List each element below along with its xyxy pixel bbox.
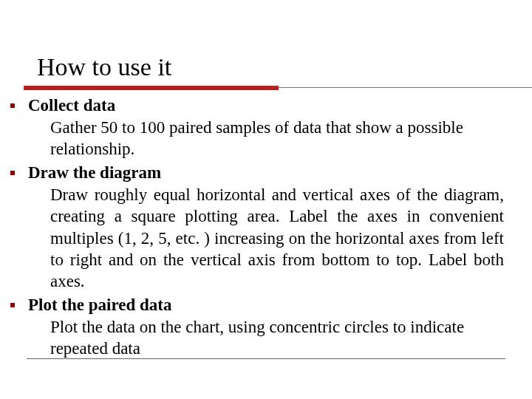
item-heading: Draw the diagram [28, 162, 505, 184]
bullet-icon [10, 303, 15, 307]
item-heading: Collect data [28, 95, 505, 117]
item-desc: Gather 50 to 100 paired samples of data … [28, 117, 505, 160]
title-rule-gray [279, 87, 532, 88]
title-rule [37, 86, 502, 90]
list-item: Draw the diagram Draw roughly equal hori… [10, 162, 505, 293]
item-desc: Plot the data on the chart, using concen… [28, 316, 505, 360]
title-area: How to use it [0, 0, 532, 90]
item-desc: Draw roughly equal horizontal and vertic… [28, 184, 505, 293]
slide-title: How to use it [37, 53, 502, 81]
list-item: Collect data Gather 50 to 100 paired sam… [10, 95, 505, 160]
slide: How to use it Collect data Gather 50 to … [0, 0, 532, 399]
list-item: Plot the paired data Plot the data on th… [10, 294, 505, 360]
bullet-icon [10, 103, 15, 108]
content: Collect data Gather 50 to 100 paired sam… [0, 90, 532, 360]
bottom-rule [27, 358, 505, 359]
item-heading: Plot the paired data [28, 294, 505, 316]
title-rule-red [24, 86, 279, 90]
bullet-icon [10, 171, 15, 175]
